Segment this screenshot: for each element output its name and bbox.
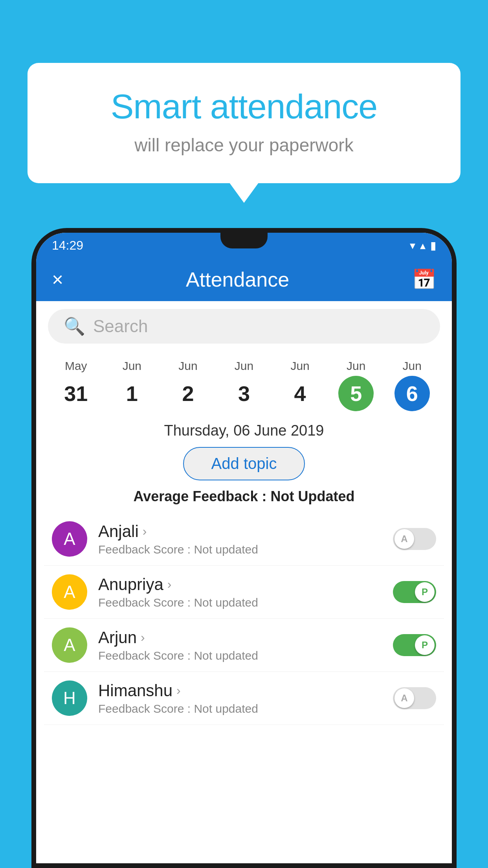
close-icon[interactable]: × (52, 268, 63, 291)
status-time: 14:29 (52, 238, 83, 253)
date-month: Jun (403, 359, 422, 373)
notch (220, 233, 268, 248)
date-month: Jun (290, 359, 309, 373)
battery-icon: ▮ (430, 239, 436, 252)
student-list: AAnjali ›Feedback Score : Not updatedAAA… (36, 513, 452, 725)
date-number[interactable]: 6 (394, 376, 430, 411)
date-number[interactable]: 5 (338, 376, 374, 411)
calendar-icon[interactable]: 📅 (412, 268, 436, 291)
date-month: Jun (178, 359, 197, 373)
date-month: Jun (123, 359, 141, 373)
toggle-thumb: A (394, 529, 414, 549)
date-info: Thursday, 06 June 2019 (36, 415, 452, 443)
student-item[interactable]: AAnjali ›Feedback Score : Not updatedA (44, 513, 444, 566)
student-info: Anupriya ›Feedback Score : Not updated (98, 575, 382, 609)
avg-feedback-value: Not Updated (270, 488, 354, 504)
signal-icon: ▴ (420, 239, 426, 252)
toggle-thumb: P (415, 635, 435, 655)
feedback-score: Feedback Score : Not updated (98, 702, 382, 715)
student-name[interactable]: Himanshu › (98, 681, 382, 700)
student-item[interactable]: AAnupriya ›Feedback Score : Not updatedP (44, 566, 444, 619)
speech-bubble-container: Smart attendance will replace your paper… (28, 63, 460, 183)
avg-feedback: Average Feedback : Not Updated (36, 488, 452, 505)
search-bar[interactable]: 🔍 Search (48, 309, 440, 344)
date-number[interactable]: 3 (226, 376, 262, 411)
avatar: A (52, 627, 87, 663)
attendance-toggle[interactable]: A (393, 687, 436, 709)
date-number[interactable]: 1 (114, 376, 150, 411)
avatar: H (52, 680, 87, 716)
attendance-toggle[interactable]: P (393, 581, 436, 603)
phone-frame: 14:29 ▾ ▴ ▮ × Attendance 📅 🔍 Search May3… (31, 228, 457, 868)
attendance-toggle[interactable]: A (393, 528, 436, 550)
toggle-thumb: A (394, 688, 414, 708)
date-month: Jun (347, 359, 365, 373)
feedback-score: Feedback Score : Not updated (98, 596, 382, 609)
date-item[interactable]: Jun3 (216, 359, 272, 411)
date-month: May (65, 359, 87, 373)
date-item[interactable]: Jun6 (384, 359, 440, 411)
chevron-icon: › (167, 577, 172, 592)
speech-bubble: Smart attendance will replace your paper… (28, 63, 460, 183)
date-number[interactable]: 2 (170, 376, 205, 411)
date-item[interactable]: May31 (48, 359, 104, 411)
student-name[interactable]: Anupriya › (98, 575, 382, 594)
toggle-thumb: P (415, 582, 435, 602)
date-item[interactable]: Jun5 (328, 359, 384, 411)
app-bar-title: Attendance (79, 268, 396, 291)
student-name[interactable]: Arjun › (98, 628, 382, 647)
bubble-subtitle: will replace your paperwork (59, 134, 429, 156)
wifi-icon: ▾ (410, 239, 415, 252)
selected-date-label: Thursday, 06 June 2019 (164, 422, 324, 439)
avatar: A (52, 574, 87, 610)
date-number[interactable]: 31 (58, 376, 94, 411)
date-item[interactable]: Jun1 (104, 359, 160, 411)
student-info: Arjun ›Feedback Score : Not updated (98, 628, 382, 662)
phone-screen: 14:29 ▾ ▴ ▮ × Attendance 📅 🔍 Search May3… (36, 233, 452, 863)
search-icon: 🔍 (64, 316, 85, 337)
date-scroller[interactable]: May31Jun1Jun2Jun3Jun4Jun5Jun6 (36, 351, 452, 415)
student-info: Himanshu ›Feedback Score : Not updated (98, 681, 382, 715)
avg-feedback-label: Average Feedback : (134, 488, 267, 504)
chevron-icon: › (143, 524, 147, 539)
student-item[interactable]: HHimanshu ›Feedback Score : Not updatedA (44, 672, 444, 725)
avatar: A (52, 521, 87, 557)
date-month: Jun (235, 359, 253, 373)
status-bar: 14:29 ▾ ▴ ▮ (36, 233, 452, 258)
search-input[interactable]: Search (93, 316, 424, 336)
status-icons: ▾ ▴ ▮ (410, 239, 436, 252)
attendance-toggle[interactable]: P (393, 634, 436, 656)
student-name[interactable]: Anjali › (98, 522, 382, 541)
student-item[interactable]: AArjun ›Feedback Score : Not updatedP (44, 619, 444, 672)
chevron-icon: › (176, 683, 181, 698)
bubble-title: Smart attendance (59, 86, 429, 127)
add-topic-button[interactable]: Add topic (183, 447, 305, 480)
date-number[interactable]: 4 (283, 376, 318, 411)
student-info: Anjali ›Feedback Score : Not updated (98, 522, 382, 556)
chevron-icon: › (141, 630, 145, 645)
date-item[interactable]: Jun2 (160, 359, 216, 411)
date-item[interactable]: Jun4 (272, 359, 328, 411)
app-bar: × Attendance 📅 (36, 258, 452, 301)
feedback-score: Feedback Score : Not updated (98, 649, 382, 662)
feedback-score: Feedback Score : Not updated (98, 543, 382, 556)
